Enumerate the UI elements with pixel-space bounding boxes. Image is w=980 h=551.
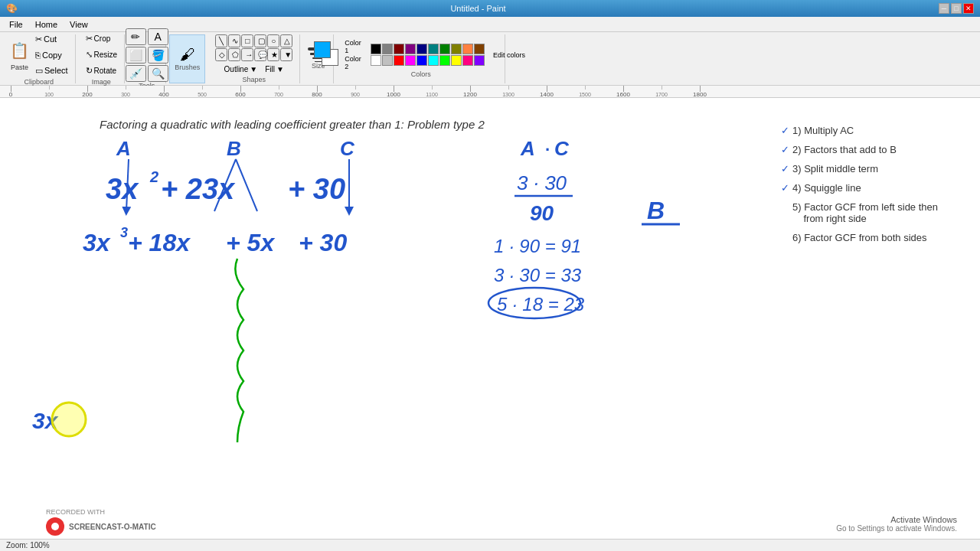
color-red[interactable] [394,55,404,66]
line-tool[interactable]: ╲ [215,34,227,47]
edit-colors-button[interactable]: Edit colors [491,49,528,61]
color-navy[interactable] [416,44,427,54]
arrow-tool[interactable]: → [241,48,253,61]
outline-button[interactable]: Outline ▼ [222,63,260,76]
color-brown[interactable] [474,44,485,54]
eraser-tool[interactable]: ⬜ [126,47,146,64]
step-5-text: 5) Factor GCF from left side then from r… [792,201,938,224]
color-magenta[interactable] [405,55,416,66]
canvas-title: Factoring a quadratic with leading coeff… [100,118,485,131]
svg-rect-2 [49,86,50,90]
maximize-button[interactable]: □ [951,3,962,14]
menu-home[interactable]: Home [29,18,64,31]
svg-text:1700: 1700 [655,92,668,97]
color-green[interactable] [439,55,450,66]
svg-text:300: 300 [121,92,130,97]
cursor-circle [52,403,86,436]
split-eq-3x: 3x [83,229,111,256]
brand-text: SCREENCAST-O-MATIC [69,523,156,531]
color-cyan[interactable] [428,55,439,66]
color-green-dark[interactable] [439,44,450,54]
tools-section: ✏ A ⬜ 🪣 💉 🔍 Tools [128,34,166,83]
rect-tool[interactable]: □ [241,34,253,47]
step-4-check: ✓ [781,182,789,194]
svg-text:800: 800 [312,91,322,98]
color-violet[interactable] [474,55,485,66]
steps-panel: ✓ 1) Multiply AC ✓ 2) Factors that add t… [781,125,969,251]
colors-section: Color 1 Color 2 [337,34,505,83]
color-yellow[interactable] [451,55,462,66]
step-4-text: 4) Squiggle line [792,182,861,194]
color-pink[interactable] [462,55,473,66]
svg-text:100: 100 [44,92,54,97]
svg-text:0: 0 [9,91,13,98]
magnifier-tool[interactable]: 🔍 [148,65,168,82]
color2-label: Color 2 [345,55,364,70]
more-tool[interactable]: ▼ [280,48,292,61]
color-teal-dark[interactable] [428,44,439,54]
diamond-tool[interactable]: ◇ [215,48,227,61]
minimize-button[interactable]: ─ [939,3,949,14]
step-6-text: 6) Factor GCF from both sides [792,232,927,243]
ellipse-tool[interactable]: ○ [267,34,279,47]
paste-button[interactable]: 📋 [8,39,31,62]
callout-tool[interactable]: 💬 [254,48,266,61]
factor-row-1: 1 · 90 = 91 [494,236,581,256]
color-silver[interactable] [382,55,393,66]
svg-text:1500: 1500 [579,92,591,97]
select-button[interactable]: ▭ Select [33,64,70,78]
logo-inner-circle [51,523,59,530]
curve-tool[interactable]: ∿ [228,34,240,47]
screencast-logo [46,517,64,536]
window-controls[interactable]: ─ □ ✕ [939,3,974,14]
window-title: Untitled - Paint [18,4,939,13]
ac-dot: · [545,140,550,159]
color-black[interactable] [371,44,381,54]
roundrect-tool[interactable]: ▢ [254,34,266,47]
split-eq-18x: + 18x [128,229,191,256]
activate-windows: Activate Windows Go to Settings to activ… [836,515,957,533]
text-tool[interactable]: A [148,28,168,45]
step-5-check: ✓ [781,201,789,213]
color-blue[interactable] [416,55,427,66]
ac-calc: 3 · 30 [517,171,567,194]
fill-button[interactable]: Fill ▼ [263,63,286,76]
svg-rect-26 [508,86,509,90]
menu-view[interactable]: View [64,18,94,31]
color-white[interactable] [371,55,381,66]
svg-text:900: 900 [351,92,360,97]
canvas[interactable]: Factoring a quadratic with leading coeff… [0,98,980,539]
image-section: ✂ Crop ⤡ Resize ↻ Rotate Image [79,34,126,83]
close-button[interactable]: ✕ [963,3,974,14]
triangle-tool[interactable]: △ [280,34,292,47]
color1-label: Color 1 [345,39,364,54]
crop-button[interactable]: ✂ Crop [83,31,120,46]
svg-text:1600: 1600 [616,91,630,98]
color-gray[interactable] [382,44,393,54]
step-6: ✓ 6) Factor GCF from both sides [781,232,969,243]
svg-text:500: 500 [198,92,207,97]
resize-button[interactable]: ⤡ Resize [83,47,120,62]
fill-tool[interactable]: 🪣 [148,47,168,64]
copy-button[interactable]: ⎘ Copy [33,48,70,62]
star-tool[interactable]: ★ [267,48,279,61]
svg-text:400: 400 [158,91,169,98]
rotate-button[interactable]: ↻ Rotate [83,64,120,78]
cut-button[interactable]: ✂ Cut [33,32,70,47]
ac-label-a: A [520,137,535,160]
eyedropper-tool[interactable]: 💉 [126,65,146,82]
activate-line2: Go to Settings to activate Windows. [836,524,957,533]
color-olive[interactable] [451,44,462,54]
pencil-tool[interactable]: ✏ [126,28,146,45]
svg-rect-10 [202,86,203,90]
pentagon-tool[interactable]: ⬠ [228,48,240,61]
zoom-level: Zoom: 100% [6,541,50,549]
step-1-text: 1) Multiply AC [792,125,854,136]
color-red-dark[interactable] [394,44,404,54]
menu-file[interactable]: File [3,18,29,31]
split-eq-sup3: 3 [120,225,128,240]
color-purple-dark[interactable] [405,44,416,54]
step-4: ✓ 4) Squiggle line [781,182,969,194]
arrow-b-right [236,159,257,211]
color-orange-medium[interactable] [462,44,473,54]
